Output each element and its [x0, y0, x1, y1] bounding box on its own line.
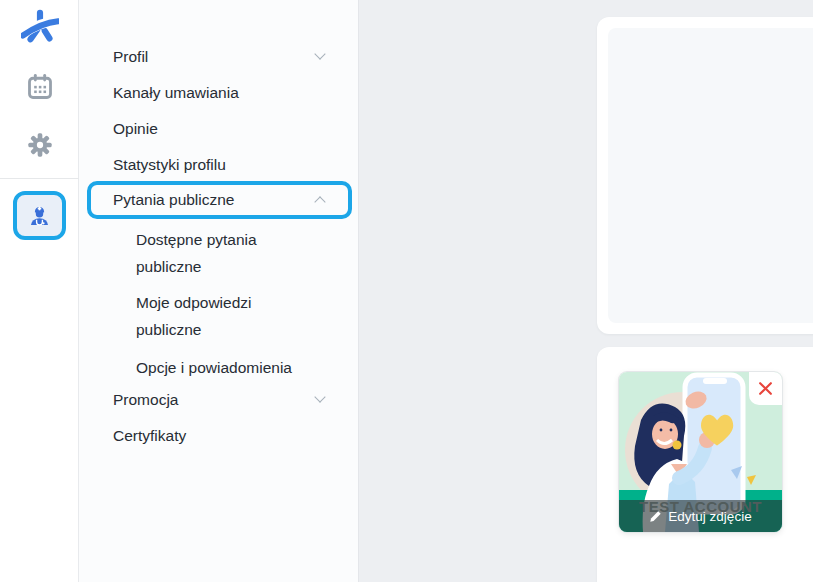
menu-item-promocja[interactable]: Promocja — [113, 389, 332, 411]
docplanner-logo-icon — [21, 8, 59, 46]
menu-item-kanaly-umawiania[interactable]: Kanały umawiania — [113, 82, 332, 104]
gear-icon — [26, 131, 54, 159]
menu-item-label: Moje odpowiedzi publiczne — [136, 294, 251, 338]
rail-divider — [0, 178, 79, 179]
menu-item-dostepne-pytania-publiczne[interactable]: Dostępne pytania publiczne — [136, 226, 304, 280]
menu-item-opcje-i-powiadomienia[interactable]: Opcje i powiadomienia — [136, 354, 304, 381]
settings-nav-button[interactable] — [26, 131, 54, 159]
icon-rail — [0, 0, 79, 582]
menu-item-label: Pytania publiczne — [113, 191, 235, 208]
menu-item-moje-odpowiedzi-publiczne[interactable]: Moje odpowiedzi publiczne — [136, 289, 304, 343]
menu-item-label: Opinie — [113, 120, 158, 137]
menu-item-label: Dostępne pytania publiczne — [136, 231, 257, 275]
content-placeholder-panel — [608, 28, 813, 323]
edit-photo-button[interactable]: Edytuj zdjęcie — [619, 500, 782, 532]
main-content: TEST ACCOUNT Edytuj zdjęcie — [360, 0, 813, 582]
menu-item-certyfikaty[interactable]: Certyfikaty — [113, 425, 332, 447]
menu-item-statystyki-profilu[interactable]: Statystyki profilu — [113, 154, 332, 176]
app-logo[interactable] — [21, 8, 59, 46]
edit-photo-label: Edytuj zdjęcie — [668, 509, 751, 524]
calendar-icon — [26, 73, 54, 101]
menu-item-opinie[interactable]: Opinie — [113, 118, 332, 140]
profile-photo: TEST ACCOUNT Edytuj zdjęcie — [619, 372, 782, 532]
content-card-top — [597, 17, 813, 334]
menu-item-label: Statystyki profilu — [113, 156, 226, 173]
calendar-nav-button[interactable] — [26, 73, 54, 101]
menu-item-label: Profil — [113, 48, 148, 65]
chevron-down-icon — [314, 391, 325, 402]
chevron-up-icon — [314, 196, 325, 207]
profile-photo-card: TEST ACCOUNT Edytuj zdjęcie — [597, 347, 813, 582]
close-icon — [758, 381, 773, 396]
doctor-profile-nav-button[interactable] — [13, 191, 66, 240]
chevron-down-icon — [314, 48, 325, 59]
menu-item-label: Kanały umawiania — [113, 84, 239, 101]
menu-item-pytania-publiczne[interactable]: Pytania publiczne — [113, 189, 332, 211]
menu-item-profil[interactable]: Profil — [113, 46, 332, 68]
pencil-icon — [649, 510, 662, 523]
menu-item-label: Certyfikaty — [113, 427, 186, 444]
menu-item-label: Opcje i powiadomienia — [136, 359, 292, 376]
menu-item-label: Promocja — [113, 391, 178, 408]
doctor-icon — [27, 203, 52, 228]
profile-menu: Profil Kanały umawiania Opinie Statystyk… — [79, 0, 359, 582]
close-photo-button[interactable] — [749, 372, 782, 405]
